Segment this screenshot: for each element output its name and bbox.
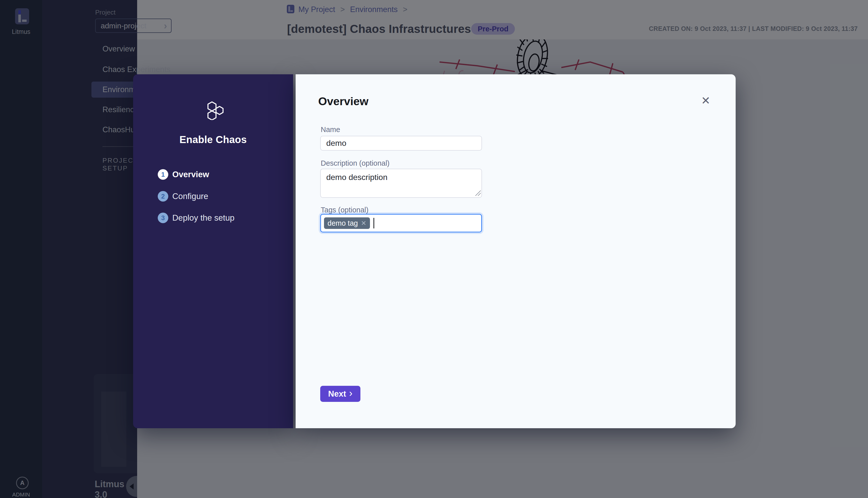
name-label: Name	[321, 126, 340, 134]
description-input[interactable]: demo description	[320, 169, 482, 198]
description-label: Description (optional)	[321, 159, 390, 167]
tags-label: Tags (optional)	[321, 206, 368, 214]
tag-remove-icon[interactable]: ✕	[361, 219, 366, 227]
step-label: Configure	[172, 192, 208, 201]
name-input[interactable]	[320, 136, 482, 150]
hexagons-logo-icon	[205, 101, 224, 120]
form-heading: Overview	[318, 95, 368, 108]
step-label: Deploy the setup	[172, 213, 235, 223]
next-button[interactable]: Next ›	[320, 386, 360, 402]
tags-input[interactable]: demo tag ✕	[320, 214, 482, 233]
text-caret	[374, 218, 374, 228]
wizard-form-panel	[296, 74, 736, 428]
enable-chaos-modal: Enable Chaos 1 Overview 2 Configure 3 De…	[133, 74, 736, 428]
wizard-title: Enable Chaos	[133, 134, 293, 145]
tag-chip-text: demo tag	[327, 219, 358, 227]
chevron-right-icon: ›	[349, 388, 352, 399]
step-number: 1	[158, 169, 168, 180]
step-number: 3	[158, 213, 168, 223]
step-label: Overview	[172, 170, 209, 179]
close-icon[interactable]: ✕	[698, 92, 714, 108]
step-number: 2	[158, 191, 168, 201]
wizard-panel	[133, 74, 293, 428]
tag-chip: demo tag ✕	[324, 218, 370, 229]
textarea-resize-grip[interactable]	[475, 190, 481, 196]
